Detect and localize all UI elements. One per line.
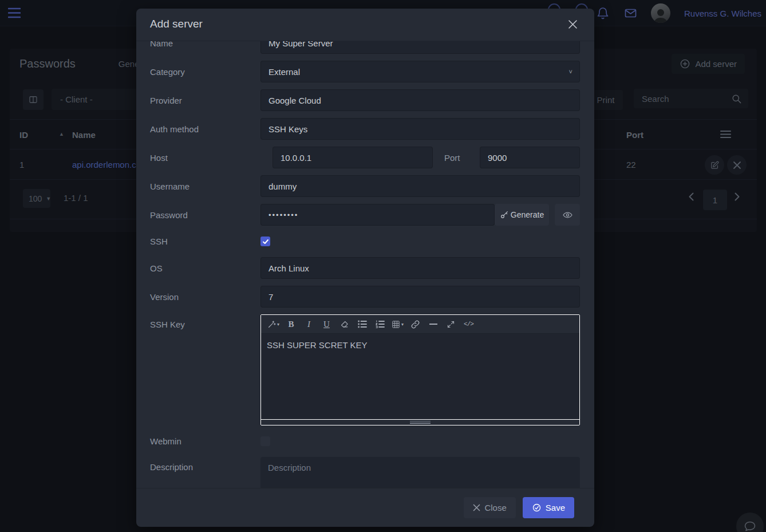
close-icon	[473, 504, 480, 511]
ssh-key-content[interactable]: SSH SUPER SCRET KEY	[261, 334, 579, 419]
category-select[interactable]: External ˅	[260, 61, 580, 82]
eye-icon	[562, 210, 573, 220]
description-textarea[interactable]: Description	[260, 457, 580, 488]
os-label: OS	[150, 263, 260, 273]
hr-icon[interactable]	[427, 318, 439, 330]
close-icon	[568, 19, 578, 29]
provider-input[interactable]	[260, 89, 580, 111]
field-row-webmin: Webmin	[150, 432, 580, 450]
check-circle-icon	[532, 503, 542, 513]
modal-header: Add server	[136, 9, 594, 41]
username-label: Username	[150, 182, 260, 191]
italic-icon[interactable]: I	[303, 318, 315, 330]
show-password-button[interactable]	[555, 204, 580, 226]
field-row-username: Username	[150, 175, 580, 197]
category-label: Category	[150, 67, 260, 77]
save-button[interactable]: Save	[523, 497, 574, 518]
add-server-modal: Add server Name Category External ˅ Prov…	[136, 9, 594, 527]
ssh-key-label: SSH Key	[150, 314, 260, 329]
auth-method-label: Auth method	[150, 124, 260, 134]
modal-close-button[interactable]	[568, 19, 578, 30]
description-label: Description	[150, 457, 260, 472]
code-view-icon[interactable]: </>	[463, 318, 475, 330]
field-row-auth-method: Auth method	[150, 118, 580, 140]
check-icon	[262, 238, 269, 245]
chevron-down-icon: ˅	[569, 68, 572, 75]
bold-icon[interactable]: B	[285, 318, 297, 330]
field-row-provider: Provider	[150, 89, 580, 111]
port-label: Port	[444, 153, 460, 163]
auth-method-input[interactable]	[260, 118, 580, 140]
field-row-description: Description Description	[150, 457, 580, 488]
password-input[interactable]	[260, 204, 495, 226]
ssh-key-editor: ▾ B I U ▾	[260, 314, 580, 425]
field-row-host-port: Host Port	[150, 147, 580, 168]
webmin-checkbox[interactable]	[260, 436, 270, 446]
webmin-label: Webmin	[150, 436, 260, 446]
modal-body: Name Category External ˅ Provider Auth m…	[136, 41, 594, 488]
list-ul-icon[interactable]	[356, 318, 368, 330]
field-row-ssh-key: SSH Key ▾ B I U	[150, 314, 580, 425]
editor-statusbar	[261, 419, 579, 425]
link-icon[interactable]	[409, 318, 421, 330]
field-row-version: Version	[150, 286, 580, 308]
provider-label: Provider	[150, 96, 260, 105]
magic-wand-icon[interactable]: ▾	[267, 318, 279, 330]
name-label: Name	[150, 41, 260, 48]
name-input[interactable]	[260, 41, 580, 54]
password-label: Password	[150, 210, 260, 220]
field-row-category: Category External ˅	[150, 61, 580, 82]
editor-toolbar: ▾ B I U ▾	[261, 315, 579, 334]
fullscreen-icon[interactable]	[445, 318, 457, 330]
field-row-ssh: SSH	[150, 232, 580, 250]
username-input[interactable]	[260, 175, 580, 197]
host-label: Host	[150, 153, 260, 163]
ssh-label: SSH	[150, 237, 260, 246]
underline-icon[interactable]: U	[321, 318, 333, 330]
table-icon[interactable]: ▾	[392, 318, 404, 330]
eraser-icon[interactable]	[338, 318, 350, 330]
version-label: Version	[150, 292, 260, 302]
ssh-checkbox[interactable]	[260, 237, 270, 246]
field-row-name: Name	[150, 41, 580, 54]
key-icon	[500, 210, 509, 219]
os-input[interactable]	[260, 257, 580, 279]
modal-footer: Close Save	[136, 488, 594, 527]
port-input[interactable]	[480, 147, 580, 168]
host-input[interactable]	[273, 147, 433, 168]
field-row-os: OS	[150, 257, 580, 279]
modal-title: Add server	[150, 18, 203, 30]
field-row-password: Password Generate	[150, 204, 580, 226]
version-input[interactable]	[260, 286, 580, 308]
resize-grip[interactable]	[410, 421, 431, 424]
generate-password-button[interactable]: Generate	[495, 204, 549, 226]
close-button[interactable]: Close	[464, 497, 515, 518]
list-ol-icon[interactable]	[374, 318, 386, 330]
